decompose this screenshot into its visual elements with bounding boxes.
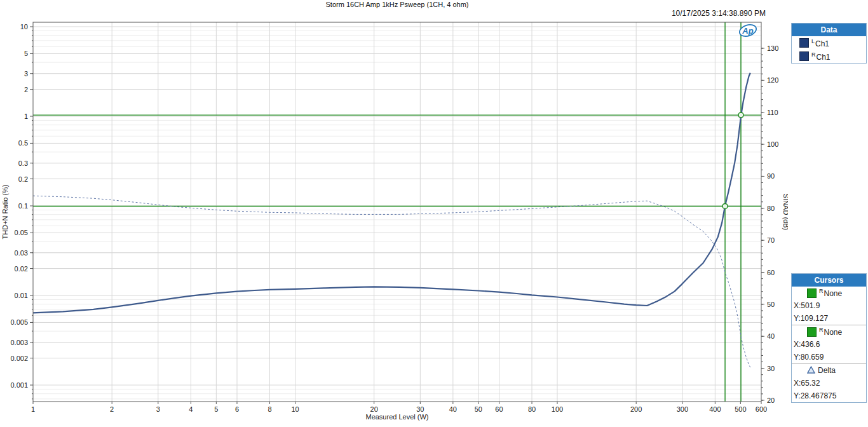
app-window: Storm 16CH Amp 1kHz Psweep (1CH, 4 ohm) … xyxy=(0,0,868,427)
svg-text:2: 2 xyxy=(110,405,114,413)
svg-text:80: 80 xyxy=(767,205,775,212)
svg-text:8: 8 xyxy=(268,405,271,413)
gridlines-minor xyxy=(33,30,761,398)
cursor-delta-x-readout: X:65.32 xyxy=(792,377,866,390)
axis-tick-labels: 1234568102030405060801002003004005006001… xyxy=(10,23,778,413)
svg-text:110: 110 xyxy=(767,109,778,116)
cursor-delta-group: Delta X:65.32 Y:28.467875 xyxy=(792,363,866,402)
x-axis-title: Measured Level (W) xyxy=(365,413,428,421)
cursor-1-source[interactable]: RNone xyxy=(792,287,866,299)
channel-side-superscript: L xyxy=(811,38,815,44)
svg-text:60: 60 xyxy=(767,269,775,276)
y-right-axis-title: SINAD (dB) xyxy=(782,194,788,230)
svg-text:40: 40 xyxy=(767,332,775,340)
svg-text:300: 300 xyxy=(677,405,688,413)
plot-border xyxy=(33,22,761,402)
channel-name: Ch1 xyxy=(817,53,831,62)
delta-icon xyxy=(807,366,815,376)
channel-name: Ch1 xyxy=(815,39,829,48)
svg-text:70: 70 xyxy=(767,236,775,244)
svg-text:30: 30 xyxy=(416,405,424,413)
svg-text:0.003: 0.003 xyxy=(10,339,28,346)
cursor-1-x-readout: X:501.9 xyxy=(792,299,866,312)
svg-text:200: 200 xyxy=(630,405,642,413)
svg-text:1: 1 xyxy=(31,405,35,413)
cursor-delta-y-readout: Y:28.467875 xyxy=(792,390,866,402)
svg-text:0.05: 0.05 xyxy=(15,229,28,236)
svg-text:0.3: 0.3 xyxy=(18,159,28,167)
cursor-1-label: RNone xyxy=(819,288,842,298)
svg-text:100: 100 xyxy=(552,405,563,413)
svg-text:0.005: 0.005 xyxy=(10,318,28,326)
svg-text:30: 30 xyxy=(767,365,775,372)
svg-text:2: 2 xyxy=(24,86,28,93)
cursor-delta-label: Delta xyxy=(818,366,836,375)
svg-text:80: 80 xyxy=(528,405,536,413)
cursor-marker-1[interactable] xyxy=(738,112,743,118)
channel-side-superscript: R xyxy=(819,288,824,294)
svg-text:130: 130 xyxy=(767,44,778,52)
svg-text:20: 20 xyxy=(767,396,775,404)
svg-text:5: 5 xyxy=(214,405,218,413)
legend-item-left-ch1[interactable]: LCh1 xyxy=(792,36,866,50)
cursors-panel-header: Cursors xyxy=(792,274,866,287)
svg-text:Ap: Ap xyxy=(742,26,753,36)
cursor-color-swatch xyxy=(807,288,817,298)
svg-text:400: 400 xyxy=(709,405,721,413)
svg-text:40: 40 xyxy=(449,405,457,413)
svg-text:120: 120 xyxy=(767,76,778,84)
cursor-lines xyxy=(33,22,761,402)
svg-text:1: 1 xyxy=(24,112,28,120)
svg-text:0.02: 0.02 xyxy=(15,265,28,273)
axis-ticks xyxy=(30,27,764,404)
svg-text:50: 50 xyxy=(767,301,775,308)
cursor-delta-source: Delta xyxy=(792,364,866,377)
svg-text:600: 600 xyxy=(756,405,767,413)
svg-text:6: 6 xyxy=(235,405,239,413)
cursor-2-label: RNone xyxy=(819,327,842,337)
svg-text:500: 500 xyxy=(735,405,746,413)
svg-text:3: 3 xyxy=(156,405,160,413)
cursor-2-source[interactable]: RNone xyxy=(792,325,866,338)
data-panel: Data LCh1 RCh1 xyxy=(791,23,867,64)
svg-text:3: 3 xyxy=(24,70,28,78)
cursor-1-y-readout: Y:109.127 xyxy=(792,312,866,325)
trace-color-swatch xyxy=(799,51,809,61)
svg-text:4: 4 xyxy=(189,405,193,413)
svg-text:50: 50 xyxy=(475,405,482,413)
cursor-group-1: RNone X:501.9 Y:109.127 xyxy=(792,287,866,325)
legend-item-right-ch1[interactable]: RCh1 xyxy=(792,50,866,63)
svg-text:0.5: 0.5 xyxy=(18,139,28,147)
svg-text:10: 10 xyxy=(20,23,28,30)
trace-color-swatch xyxy=(799,38,809,48)
svg-text:0.2: 0.2 xyxy=(18,175,28,183)
svg-text:0.01: 0.01 xyxy=(15,292,28,299)
svg-text:20: 20 xyxy=(370,405,378,413)
svg-text:100: 100 xyxy=(767,140,778,148)
cursor-group-2: RNone X:436.6 Y:80.659 xyxy=(792,325,866,363)
channel-side-superscript: R xyxy=(811,51,816,58)
legend-label: LCh1 xyxy=(811,38,829,48)
svg-text:0.002: 0.002 xyxy=(10,355,28,362)
svg-text:60: 60 xyxy=(495,405,503,413)
chart-plot: 1234568102030405060801002003004005006001… xyxy=(0,0,788,427)
cursor-marker-2[interactable] xyxy=(722,203,728,208)
cursor-color-swatch xyxy=(807,327,817,337)
channel-side-superscript: R xyxy=(819,327,824,333)
svg-text:0.03: 0.03 xyxy=(15,249,28,257)
gridlines-major xyxy=(33,22,761,402)
data-panel-header: Data xyxy=(792,24,866,36)
y-left-axis-title: THD+N Ratio (%) xyxy=(1,185,9,240)
svg-text:0.001: 0.001 xyxy=(10,381,28,389)
svg-text:5: 5 xyxy=(24,50,28,57)
legend-label: RCh1 xyxy=(811,51,831,62)
svg-text:90: 90 xyxy=(767,172,775,180)
cursors-panel: Cursors RNone X:501.9 Y:109.127 RNone X:… xyxy=(791,273,867,403)
svg-text:10: 10 xyxy=(291,405,299,413)
svg-text:0.1: 0.1 xyxy=(18,202,28,210)
thdn-trace xyxy=(33,73,750,313)
cursor-2-x-readout: X:436.6 xyxy=(792,338,866,351)
cursor-2-y-readout: Y:80.659 xyxy=(792,351,866,363)
sinad-trace xyxy=(33,196,750,367)
